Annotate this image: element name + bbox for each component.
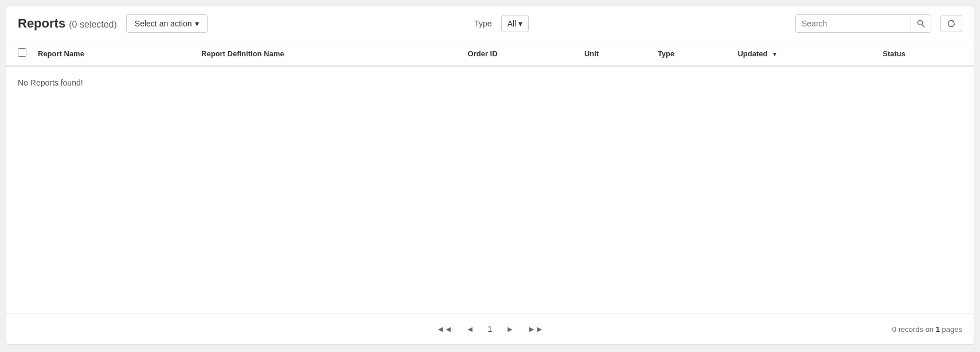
search-icon bbox=[917, 20, 925, 28]
reports-table: Report Name Report Definition Name Order… bbox=[6, 41, 974, 99]
last-page-button[interactable]: ►► bbox=[523, 322, 548, 336]
search-wrapper bbox=[795, 14, 931, 33]
refresh-button[interactable] bbox=[940, 15, 962, 32]
col-status[interactable]: Status bbox=[877, 41, 974, 66]
table-container: Report Name Report Definition Name Order… bbox=[6, 41, 974, 314]
records-count: 0 bbox=[892, 325, 896, 334]
col-type[interactable]: Type bbox=[652, 41, 732, 66]
footer: ◄◄ ◄ 1 ► ►► 0 records on 1 pages bbox=[6, 314, 974, 344]
empty-row: No Reports found! bbox=[6, 66, 974, 99]
table-header-row: Report Name Report Definition Name Order… bbox=[6, 41, 974, 66]
col-order-id[interactable]: Order ID bbox=[462, 41, 579, 66]
pages-count: 1 bbox=[936, 325, 940, 334]
prev-page-button[interactable]: ◄ bbox=[462, 322, 479, 336]
col-report-definition-name[interactable]: Report Definition Name bbox=[196, 41, 462, 66]
search-button[interactable] bbox=[911, 16, 931, 32]
select-action-button[interactable]: Select an action ▾ bbox=[126, 14, 208, 33]
col-unit[interactable]: Unit bbox=[579, 41, 652, 66]
page-title: Reports (0 selected) bbox=[18, 16, 117, 31]
search-input[interactable] bbox=[796, 15, 911, 32]
dropdown-icon: ▾ bbox=[195, 19, 199, 28]
type-dropdown-icon: ▾ bbox=[518, 19, 522, 28]
svg-line-1 bbox=[922, 25, 924, 28]
sort-arrow-down: ▼ bbox=[772, 51, 778, 57]
refresh-icon bbox=[947, 19, 956, 28]
select-all-header[interactable] bbox=[6, 41, 32, 66]
select-all-checkbox[interactable] bbox=[18, 48, 26, 57]
current-page: 1 bbox=[483, 322, 497, 336]
col-report-name[interactable]: Report Name bbox=[32, 41, 196, 66]
next-page-button[interactable]: ► bbox=[501, 322, 518, 336]
page-wrapper: Reports (0 selected) Select an action ▾ … bbox=[6, 6, 974, 345]
col-updated[interactable]: Updated ▼ bbox=[732, 41, 877, 66]
records-info: 0 records on 1 pages bbox=[892, 325, 962, 334]
header: Reports (0 selected) Select an action ▾ … bbox=[6, 6, 974, 41]
selected-count: (0 selected) bbox=[69, 20, 117, 29]
type-label: Type bbox=[474, 19, 491, 28]
first-page-button[interactable]: ◄◄ bbox=[432, 322, 457, 336]
type-select[interactable]: All ▾ bbox=[501, 15, 529, 32]
